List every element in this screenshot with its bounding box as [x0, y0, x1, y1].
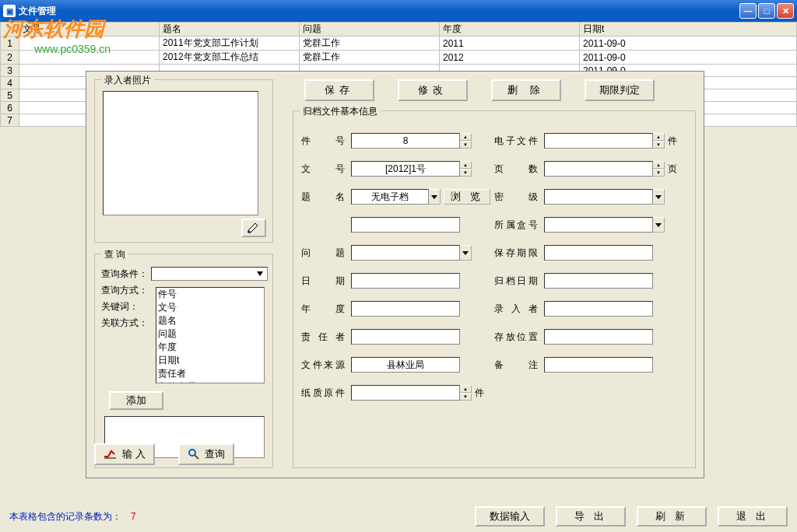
- query-cond-input[interactable]: [151, 267, 268, 281]
- pen-icon: [247, 222, 261, 234]
- pages-input[interactable]: [544, 161, 653, 177]
- deadline-button[interactable]: 期限判定: [585, 79, 655, 101]
- year-input[interactable]: [351, 301, 460, 317]
- photo-group: 录入者照片: [94, 79, 273, 243]
- source-input[interactable]: 县林业局: [351, 357, 460, 373]
- list-item[interactable]: 文号: [156, 301, 264, 314]
- minimize-button[interactable]: —: [739, 3, 757, 19]
- table-row[interactable]: 22012年党支部工作总结党群工作20122011-09-0: [1, 51, 797, 65]
- exit-button[interactable]: 退 出: [718, 506, 788, 527]
- issue-input[interactable]: [351, 245, 460, 261]
- note-input[interactable]: [544, 357, 653, 373]
- list-item[interactable]: 年度: [156, 341, 264, 354]
- col-header[interactable]: 日期t: [580, 23, 797, 37]
- query-keyword-label: 关键词：: [101, 300, 151, 313]
- input-button[interactable]: 输 入: [94, 443, 155, 465]
- col-header[interactable]: [1, 23, 19, 37]
- efile-spinner[interactable]: ▲▼: [652, 133, 665, 149]
- form-legend: 归档文件基本信息: [300, 105, 381, 118]
- item-no-input[interactable]: 8: [351, 133, 460, 149]
- list-item[interactable]: 文件来源: [156, 380, 264, 383]
- secret-dropdown[interactable]: [652, 189, 665, 205]
- entry-input[interactable]: [544, 301, 653, 317]
- col-header[interactable]: 问题: [300, 23, 440, 37]
- box-input[interactable]: [544, 217, 653, 233]
- loc-input[interactable]: [544, 329, 653, 345]
- titlebar: ▣ 文件管理 — □ ✕: [0, 0, 797, 22]
- browse-button[interactable]: 浏 览: [444, 189, 490, 205]
- col-header[interactable]: 题名: [160, 23, 300, 37]
- form-group: 归档文件基本信息 件 号8▲▼ 电子文件▲▼件 文号[2012]1号▲▼ 页数▲…: [293, 110, 696, 468]
- pages-spinner[interactable]: ▲▼: [652, 161, 665, 177]
- query-cond-label: 查询条件：: [101, 268, 151, 281]
- query-field-list[interactable]: 件号文号题名问题年度日期t责任者文件来源: [156, 287, 265, 383]
- save-button[interactable]: 保存: [304, 79, 374, 101]
- query-assoc-label: 关联方式：: [101, 317, 151, 330]
- search-button[interactable]: 查询: [178, 443, 234, 465]
- col-header[interactable]: 文号: [19, 23, 160, 37]
- box-dropdown[interactable]: [652, 217, 665, 233]
- modify-button[interactable]: 修改: [398, 79, 468, 101]
- doc-no-spinner[interactable]: ▲▼: [459, 161, 472, 177]
- date-input[interactable]: [351, 273, 460, 289]
- close-button[interactable]: ✕: [777, 3, 794, 19]
- table-row[interactable]: 12011年党支部工作计划党群工作20112011-09-0: [1, 37, 797, 51]
- paper-input[interactable]: [351, 385, 460, 401]
- retain-input[interactable]: [544, 245, 653, 261]
- query-legend: 查 询: [101, 248, 128, 261]
- photo-legend: 录入者照片: [101, 74, 154, 87]
- edit-dialog: 录入者照片 查 询 查询条件： 查询方式： 关键词： 关联方式： 件号文号题名问…: [86, 71, 704, 478]
- list-item[interactable]: 件号: [156, 288, 264, 301]
- issue-dropdown[interactable]: [459, 245, 472, 261]
- app-icon: ▣: [3, 5, 16, 17]
- window-title: 文件管理: [19, 5, 56, 18]
- maximize-button[interactable]: □: [758, 3, 775, 19]
- svg-line-1: [195, 455, 198, 459]
- refresh-button[interactable]: 刷 新: [637, 506, 707, 527]
- efile-select[interactable]: 无电子档: [351, 189, 429, 205]
- efile-dropdown[interactable]: [428, 189, 441, 205]
- query-mode-label: 查询方式：: [101, 284, 151, 297]
- export-button[interactable]: 导 出: [556, 506, 626, 527]
- status-text: 本表格包含的记录条数为：7: [9, 510, 136, 523]
- svg-point-0: [189, 450, 195, 456]
- list-item[interactable]: 责任者: [156, 367, 264, 380]
- delete-button[interactable]: 删 除: [491, 79, 561, 101]
- doc-no-input[interactable]: [2012]1号: [351, 161, 460, 177]
- list-item[interactable]: 日期t: [156, 354, 264, 367]
- input-icon: [104, 449, 118, 460]
- bottom-bar: 本表格包含的记录条数为：7 数据输入 导 出 刷 新 退 出: [0, 504, 797, 529]
- item-no-spinner[interactable]: ▲▼: [459, 133, 472, 149]
- list-item[interactable]: 问题: [156, 327, 264, 341]
- add-button[interactable]: 添加: [109, 391, 163, 410]
- title-input[interactable]: [351, 217, 460, 233]
- data-input-button[interactable]: 数据输入: [475, 506, 545, 527]
- search-icon: [188, 448, 200, 460]
- resp-input[interactable]: [351, 329, 460, 345]
- paper-spinner[interactable]: ▲▼: [459, 385, 472, 401]
- efile-input[interactable]: [544, 133, 653, 149]
- query-group: 查 询 查询条件： 查询方式： 关键词： 关联方式： 件号文号题名问题年度日期t…: [94, 254, 273, 468]
- photo-box[interactable]: [103, 91, 258, 215]
- col-header[interactable]: 年度: [440, 23, 580, 37]
- list-item[interactable]: 题名: [156, 314, 264, 327]
- pen-button[interactable]: [241, 219, 266, 237]
- secret-input[interactable]: [544, 189, 653, 205]
- archive-date-input[interactable]: [544, 273, 653, 289]
